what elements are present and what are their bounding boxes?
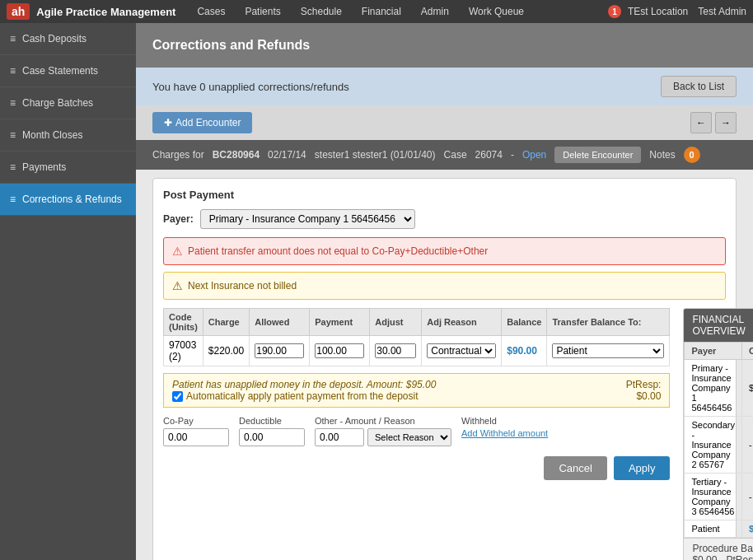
prev-arrow-button[interactable]: ←: [690, 112, 712, 133]
fin-charge-3: -: [742, 474, 753, 520]
apply-button[interactable]: Apply: [614, 456, 671, 480]
list-icon: ≡: [10, 65, 16, 77]
charges-for-label: Charges for: [152, 149, 204, 161]
cell-balance: $90.00: [502, 336, 547, 366]
post-payment-title: Post Payment: [163, 189, 726, 201]
fin-payer-4: Patient: [685, 520, 742, 538]
cell-code: 97003 (2): [164, 336, 203, 366]
add-encounter-button[interactable]: ✚ Add Encounter: [152, 112, 252, 133]
fin-footer: Procedure Balance: $0.00 Ins Resp: $0.00…: [684, 538, 753, 560]
plus-icon: ✚: [164, 117, 172, 128]
fin-charge-4: $90.00: [742, 520, 753, 538]
main-layout: ≡ Cash Deposits ≡ Case Statements ≡ Char…: [0, 23, 753, 560]
fin-payer-2: Secondary - Insurance Company 2 65767: [685, 417, 742, 474]
other-label: Other - Amount / Reason: [315, 416, 451, 426]
page-header: Corrections and Refunds: [136, 23, 753, 68]
location-label[interactable]: TEst Location: [628, 6, 688, 17]
payer-label: Payer:: [163, 213, 194, 225]
col-transfer: Transfer Balance To:: [547, 309, 670, 336]
deposit-notice: Patient has unapplied money in the depos…: [163, 373, 670, 408]
transfer-select[interactable]: Patient Secondary Insurance None: [552, 343, 664, 358]
fin-charge-1: $220.00: [742, 360, 753, 417]
nav-item-financial[interactable]: Financial: [353, 2, 409, 21]
alert-yellow: ⚠ Next Insurance not billed: [163, 272, 726, 300]
user-menu[interactable]: Test Admin: [698, 6, 746, 17]
top-navigation: ah Agile Practice Management Cases Patie…: [0, 0, 753, 23]
deposit-italic-text: Patient has unapplied money in the depos…: [172, 379, 436, 390]
page-title: Corrections and Refunds: [152, 38, 310, 53]
pt-resp-label: PtResp:: [626, 379, 662, 390]
back-to-list-button[interactable]: Back to List: [661, 76, 737, 97]
copay-group: Co-Pay: [163, 416, 229, 446]
app-logo: ah: [7, 3, 30, 20]
payment-input[interactable]: [315, 343, 364, 358]
payer-select[interactable]: Primary - Insurance Company 1 56456456 S…: [200, 209, 415, 229]
nav-item-patients[interactable]: Patients: [236, 2, 288, 21]
reason-select[interactable]: Select Reason Copay Deductible Other: [367, 428, 451, 446]
fin-title: FINANCIAL OVERVIEW: [692, 314, 753, 337]
nav-item-cases[interactable]: Cases: [189, 2, 233, 21]
nav-item-schedule[interactable]: Schedule: [292, 2, 350, 21]
sidebar-item-cash-deposits[interactable]: ≡ Cash Deposits: [0, 23, 136, 55]
col-payment: Payment: [310, 309, 370, 336]
sidebar-label-case-statements: Case Statements: [22, 65, 98, 77]
next-arrow-button[interactable]: →: [715, 112, 737, 133]
fin-overview-header: FINANCIAL OVERVIEW Initial charge: $220.…: [684, 309, 753, 342]
sidebar-item-case-statements[interactable]: ≡ Case Statements: [0, 55, 136, 87]
sidebar-item-corrections-refunds[interactable]: ≡ Corrections & Refunds: [0, 184, 136, 216]
cell-payment: [310, 336, 370, 366]
withheld-group: Withheld Add Withheld amount: [461, 416, 548, 438]
left-column: Code (Units) Charge Allowed Payment Adju…: [163, 308, 670, 560]
adjust-input[interactable]: [375, 343, 416, 358]
table-row: 97003 (2) $220.00: [164, 336, 670, 366]
nav-item-workqueue[interactable]: Work Queue: [461, 2, 532, 21]
deductible-input[interactable]: [239, 428, 305, 446]
withheld-label: Withheld: [461, 416, 548, 426]
auto-apply-checkbox-label[interactable]: Automatically apply patient payment from…: [172, 390, 436, 402]
cell-allowed: [250, 336, 310, 366]
list-icon: ≡: [10, 97, 16, 109]
alert-yellow-text: Next Insurance not billed: [188, 280, 297, 292]
sidebar-item-month-closes[interactable]: ≡ Month Closes: [0, 119, 136, 152]
copay-input[interactable]: [163, 428, 229, 446]
deductible-group: Deductible: [239, 416, 305, 446]
col-allowed: Allowed: [250, 309, 310, 336]
list-icon: ≡: [10, 129, 16, 141]
col-code: Code (Units): [164, 309, 203, 336]
fin-charge-2: -: [742, 417, 753, 474]
auto-apply-checkbox[interactable]: [172, 391, 183, 402]
alert-red-text: Patient transfer amount does not equal t…: [188, 245, 488, 257]
sidebar-label-cash-deposits: Cash Deposits: [22, 33, 87, 44]
nav-item-admin[interactable]: Admin: [413, 2, 457, 21]
alert-red: ⚠ Patient transfer amount does not equal…: [163, 237, 726, 265]
fin-col-charge: Charge: [742, 343, 753, 360]
adj-reason-select[interactable]: Contractual Write-off Other: [427, 343, 496, 358]
cell-charge: $220.00: [203, 336, 249, 366]
other-amount-input[interactable]: [315, 428, 364, 446]
deductible-label: Deductible: [239, 416, 305, 426]
fin-payer-1: Primary - Insurance Company 1 56456456: [685, 360, 742, 417]
info-text: You have 0 unapplied corrections/refunds: [152, 81, 349, 93]
open-link[interactable]: Open: [522, 149, 546, 161]
sidebar-label-payments: Payments: [22, 161, 66, 173]
copay-label: Co-Pay: [163, 416, 229, 426]
charge-date: 02/17/14: [268, 149, 306, 161]
col-adj-reason: Adj Reason: [422, 309, 502, 336]
add-withheld-link[interactable]: Add Withheld amount: [461, 428, 548, 438]
alert-badge: 1: [608, 5, 621, 18]
charges-table: Code (Units) Charge Allowed Payment Adju…: [163, 308, 670, 366]
patient-name: stester1 stester1 (01/01/40): [315, 149, 436, 161]
sidebar-label-charge-batches: Charge Batches: [22, 97, 93, 109]
sidebar-item-payments[interactable]: ≡ Payments: [0, 152, 136, 184]
nav-arrows: ← →: [690, 112, 737, 133]
sidebar-item-charge-batches[interactable]: ≡ Charge Batches: [0, 87, 136, 119]
other-amount-row: Select Reason Copay Deductible Other: [315, 428, 451, 446]
delete-encounter-button[interactable]: Delete Encounter: [554, 147, 641, 163]
sidebar-label-month-closes: Month Closes: [22, 129, 82, 141]
fin-table: Payer Charge Payment Adjust Primary - In…: [684, 342, 753, 538]
col-balance: Balance: [502, 309, 547, 336]
allowed-input[interactable]: [255, 343, 304, 358]
bottom-fields: Co-Pay Deductible Other - Amount / Reaso…: [163, 416, 670, 446]
cancel-button[interactable]: Cancel: [544, 456, 606, 480]
fin-row-tertiary: Tertiary - Insurance Company 3 6546456 -…: [685, 474, 753, 520]
